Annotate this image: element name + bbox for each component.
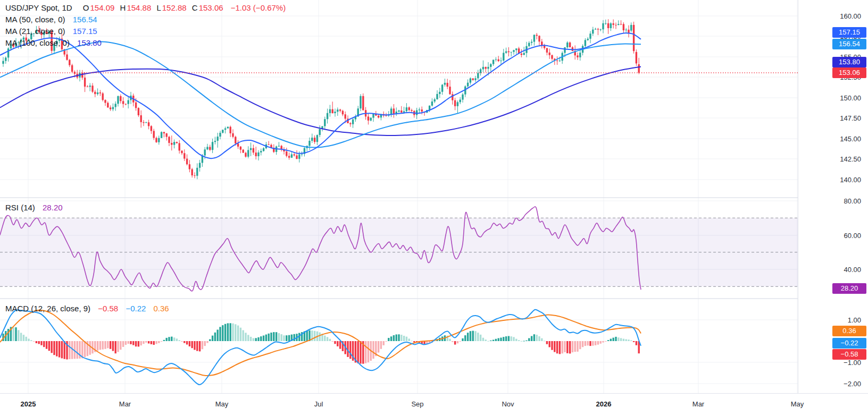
macd-histogram bbox=[2, 323, 640, 363]
ma50-label: MA (50, close, 0) bbox=[5, 15, 65, 24]
price-badge: 157.15 bbox=[832, 27, 866, 38]
time-axis-month-label: Mar bbox=[119, 400, 131, 408]
ohlc-low-label: L bbox=[156, 3, 161, 12]
rsi-axis-label: 40.00 bbox=[844, 266, 861, 274]
price-axis-label: 150.00 bbox=[840, 94, 861, 102]
ma21-legend-row[interactable]: MA (21, close, 0) 157.15 bbox=[5, 26, 286, 37]
rsi-axis-label: 60.00 bbox=[844, 232, 861, 240]
macd-label: MACD (12, 26, close, 9) bbox=[5, 304, 90, 313]
time-axis-month-label: Mar bbox=[692, 400, 704, 408]
price-axis-label: 160.00 bbox=[840, 12, 861, 20]
ohlc-open-label: O bbox=[83, 3, 89, 12]
time-axis-year-label: 2026 bbox=[596, 400, 612, 408]
change-value: −1.03 (−0.67%) bbox=[231, 3, 286, 12]
ma100-legend-row[interactable]: MA (100, close, 0) 153.80 bbox=[5, 37, 286, 49]
chart-canvas[interactable] bbox=[0, 0, 868, 416]
time-axis-month-label: May bbox=[215, 400, 229, 408]
rsi-label: RSI (14) bbox=[5, 203, 35, 212]
time-axis-month-label: Sep bbox=[411, 400, 423, 408]
rsi-badge: 28.20 bbox=[832, 283, 866, 294]
ma50-legend-row[interactable]: MA (50, close, 0) 156.54 bbox=[5, 14, 286, 26]
macd-badge: −0.58 bbox=[832, 349, 866, 360]
ma100-value: 153.80 bbox=[77, 38, 102, 47]
time-axis-month-label: Nov bbox=[502, 400, 514, 408]
price-badge: 153.80 bbox=[832, 57, 866, 67]
macd-axis-label: −2.00 bbox=[844, 380, 861, 388]
ohlc-high-value: 154.88 bbox=[127, 3, 151, 12]
ohlc-open-value: 154.09 bbox=[90, 3, 114, 12]
ohlc-low-value: 152.88 bbox=[162, 3, 187, 12]
rsi-value: 28.20 bbox=[43, 203, 63, 212]
price-axis-label: 140.00 bbox=[840, 176, 861, 184]
macd-signal-value: 0.36 bbox=[154, 304, 169, 313]
price-axis-label: 142.50 bbox=[840, 155, 861, 163]
ohlc-high-label: H bbox=[120, 3, 126, 12]
time-axis-year-label: 2025 bbox=[21, 400, 36, 408]
ma100-label: MA (100, close, 0) bbox=[5, 38, 70, 47]
price-badge: 153.06 bbox=[832, 67, 866, 78]
ohlc-close-label: C bbox=[192, 3, 198, 12]
macd-axis-label: 1.00 bbox=[848, 316, 861, 324]
macd-line-value: −0.22 bbox=[126, 304, 146, 313]
trading-chart-window: USD/JPY Spot, 1D O154.09 H154.88 L152.88… bbox=[0, 0, 868, 416]
time-axis-month-label: May bbox=[791, 400, 804, 408]
rsi-pane-legend[interactable]: RSI (14) 28.20 bbox=[5, 203, 63, 212]
ma50-value: 156.54 bbox=[73, 15, 97, 24]
symbol-title: USD/JPY Spot, 1D bbox=[5, 3, 72, 12]
macd-badge: −0.22 bbox=[832, 338, 866, 349]
symbol-ohlc-row[interactable]: USD/JPY Spot, 1D O154.09 H154.88 L152.88… bbox=[5, 2, 286, 14]
price-axis-label: 147.50 bbox=[840, 114, 861, 122]
price-axis-label: 145.00 bbox=[840, 135, 861, 143]
ma21-value: 157.15 bbox=[73, 27, 97, 36]
ohlc-close-value: 153.06 bbox=[199, 3, 223, 12]
macd-main-line bbox=[0, 310, 641, 385]
time-axis-month-label: Jul bbox=[314, 400, 323, 408]
macd-badge: 0.36 bbox=[832, 326, 866, 336]
price-axis[interactable]: 160.00157.50155.00152.50150.00147.50145.… bbox=[798, 0, 868, 393]
price-badge: 156.54 bbox=[832, 39, 866, 49]
ma21-label: MA (21, close, 0) bbox=[5, 27, 65, 36]
price-pane-legend: USD/JPY Spot, 1D O154.09 H154.88 L152.88… bbox=[5, 2, 286, 49]
macd-pane-legend[interactable]: MACD (12, 26, close, 9) −0.58 −0.22 0.36 bbox=[5, 304, 169, 313]
time-axis[interactable]: 2025MarMayJulSepNov2026MarMay bbox=[0, 393, 868, 416]
ma21-line bbox=[0, 33, 641, 158]
macd-hist-value: −0.58 bbox=[98, 304, 118, 313]
gridlines bbox=[0, 0, 798, 393]
rsi-axis-label: 80.00 bbox=[844, 197, 861, 205]
